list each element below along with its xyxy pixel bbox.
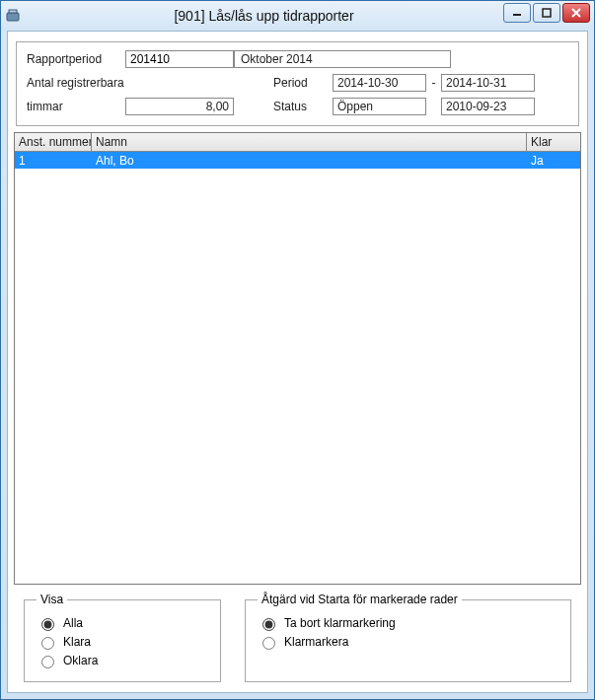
- status-date-input[interactable]: [441, 98, 535, 115]
- period-separator: -: [426, 76, 441, 90]
- titlebar: [901] Lås/lås upp tidrapporter: [1, 1, 594, 31]
- bottom-controls: Visa Alla Klara Oklara Åtgärd vid Starta…: [22, 593, 573, 682]
- col-header-anst-nummer[interactable]: Anst. nummer: [15, 133, 92, 151]
- cell-klar: Ja: [527, 153, 580, 169]
- period-from-input[interactable]: [333, 74, 426, 92]
- table-header: Anst. nummer Namn Klar: [15, 133, 580, 152]
- filter-legend: Visa: [37, 593, 67, 606]
- employee-table: Anst. nummer Namn Klar 1 Ahl, Bo Ja: [14, 132, 581, 585]
- action-remove-radio[interactable]: [262, 618, 275, 631]
- svg-rect-0: [7, 13, 19, 21]
- status-label: Status: [273, 100, 333, 113]
- svg-rect-1: [9, 10, 17, 13]
- table-row[interactable]: 1 Ahl, Bo Ja: [15, 152, 580, 169]
- month-display: Oktober 2014: [234, 50, 451, 68]
- action-remove-option[interactable]: Ta bort klarmarkering: [258, 615, 558, 631]
- report-period-panel: Rapportperiod Oktober 2014 Antal registr…: [16, 41, 579, 126]
- antal-label-1: Antal registrerbara: [27, 76, 125, 90]
- filter-klara-radio[interactable]: [41, 637, 54, 650]
- filter-oklara-radio[interactable]: [41, 656, 54, 668]
- filter-alla-option[interactable]: Alla: [37, 615, 208, 631]
- app-window: [901] Lås/lås upp tidrapporter Rapportpe…: [0, 0, 595, 700]
- action-mark-option[interactable]: Klarmarkera: [258, 634, 558, 650]
- status-value-input[interactable]: [333, 98, 426, 115]
- rapportperiod-label: Rapportperiod: [27, 52, 125, 66]
- filter-alla-radio[interactable]: [41, 618, 54, 631]
- col-header-klar[interactable]: Klar: [527, 133, 580, 151]
- maximize-button[interactable]: [533, 3, 560, 23]
- close-button[interactable]: [562, 3, 590, 23]
- period-label: Period: [273, 76, 333, 90]
- action-group: Åtgärd vid Starta för markerade rader Ta…: [245, 593, 571, 682]
- filter-klara-option[interactable]: Klara: [37, 634, 208, 650]
- minimize-button[interactable]: [503, 3, 531, 23]
- table-body: 1 Ahl, Bo Ja: [15, 152, 580, 584]
- action-legend: Åtgärd vid Starta för markerade rader: [258, 593, 462, 606]
- col-header-namn[interactable]: Namn: [92, 133, 527, 151]
- filter-group: Visa Alla Klara Oklara: [24, 593, 221, 682]
- antal-label-2: timmar: [27, 100, 125, 113]
- cell-anst-nummer: 1: [15, 153, 92, 169]
- client-area: Rapportperiod Oktober 2014 Antal registr…: [7, 31, 588, 693]
- cell-namn: Ahl, Bo: [92, 153, 527, 169]
- antal-timmar-input[interactable]: [125, 98, 234, 115]
- action-mark-radio[interactable]: [262, 637, 275, 650]
- period-to-input[interactable]: [441, 74, 535, 92]
- filter-oklara-option[interactable]: Oklara: [37, 653, 208, 668]
- rapportperiod-input[interactable]: [125, 50, 234, 68]
- svg-rect-3: [543, 9, 551, 17]
- app-icon: [5, 8, 21, 24]
